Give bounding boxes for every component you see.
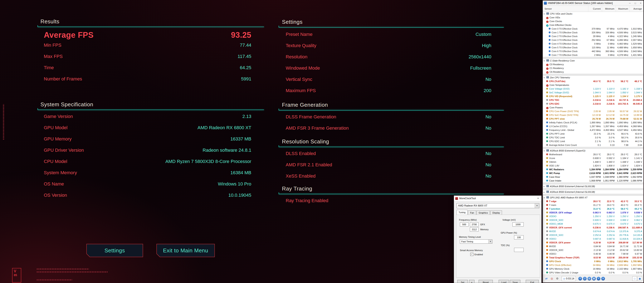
chevron-right-icon[interactable]: ▸	[544, 185, 546, 188]
collapsed-subgroup-icon[interactable]: ▸	[546, 67, 548, 70]
sensor-row[interactable]: Total Graphics Power (TGP)8.53 W8.53 W25…	[543, 256, 643, 260]
sensor-subgroup-row[interactable]: ▸C1 Residency	[543, 66, 643, 70]
sensor-subgroup-row[interactable]: ▸Core Temperatures	[543, 83, 643, 87]
sensor-row[interactable]: CPU TDC2.218 A2.218 A43.737 A23.068 A	[543, 98, 643, 102]
sensor-row[interactable]: VDDCR_SOC2.13 W2.12 W20.62 W13.83 W	[543, 248, 643, 252]
gpu-power-input[interactable]	[514, 235, 524, 240]
sensor-row[interactable]: VDDCR_SOC0.939 V0.939 V0.995 V0.962 V	[543, 218, 643, 222]
sensor-row[interactable]: Vcore0.608 V0.592 V1.184 V1.141 V	[543, 156, 643, 160]
add-sensor-icon[interactable]: +	[597, 277, 600, 281]
sensor-group-header[interactable]: ▸ASRock B550 Extreme4 (Internal ISL69138…	[543, 184, 643, 188]
window-icon[interactable]: □	[632, 276, 637, 281]
sensor-row[interactable]: VDDCI0.46 W0.46 W7.98 W6.97 W	[543, 252, 643, 256]
sensor-group-header[interactable]: ▾GPU [#0]: AMD Radeon RX 6800 XT	[543, 196, 643, 199]
report-icon[interactable]: ▤	[588, 277, 591, 281]
sensor-row[interactable]: Core 6 T0 Effective Clock442 MHz360 MHz4…	[543, 49, 643, 53]
grid-icon[interactable]: ▦	[592, 277, 596, 281]
sensor-row[interactable]: Case Rear1,047 RPM1,048 RPM1,080 RPM1,06…	[543, 175, 643, 179]
minimize-icon[interactable]: ─	[627, 1, 632, 5]
sensor-row[interactable]: VDDCR_GFX current0.238 A0.238 A198.587 A…	[543, 226, 643, 230]
swap-columns-icon[interactable]: ⇄	[544, 276, 549, 281]
sensor-row[interactable]: Core 5 T0 Effective Clock115 MHz11 MHz4,…	[543, 46, 643, 49]
sensor-row[interactable]: VDDCI0.687 A0.687 A11.818 A10.324 A	[543, 237, 643, 241]
voltage-input[interactable]	[512, 222, 524, 227]
tab-fan[interactable]: Fan	[468, 211, 476, 215]
sensor-row[interactable]: VDDIO1.250 V1.250 V1.250 V1.250 V	[543, 215, 643, 218]
sensor-row[interactable]: Frequency Limit - Global4,472 MHz4,450 M…	[543, 128, 643, 132]
sensor-row[interactable]: Motherboard28.0 °C28.0 °C28.0 °C28.0 °C	[543, 153, 643, 156]
collapsed-subgroup-icon[interactable]: ▸	[546, 21, 548, 23]
sensor-group-header[interactable]: ▸ASRock B550 Extreme4 (Internal ISL69138…	[543, 190, 643, 194]
sensor-row[interactable]: CPU SoC Power (SVI2 TFN)12.19 W12.12 W14…	[543, 113, 643, 117]
sensor-row[interactable]: CPU EDC Limit2.1 %2.1 %98.8 %44.3 %	[543, 139, 643, 143]
more-clock-tool-titlebar[interactable]: MoreClockTool ×	[454, 196, 542, 201]
sensor-row[interactable]: CPU Core Power (SVI2 TFN)2.05 W2.05 W50.…	[543, 109, 643, 113]
sensor-row[interactable]: CPU (Tctl/Tdie)40.0 °C35.5 °C58.2 °C48.3…	[543, 79, 643, 83]
tab-tuning[interactable]: Tuning	[456, 210, 468, 215]
collapsed-subgroup-icon[interactable]: ▸	[546, 107, 548, 109]
sensor-subgroup-row[interactable]: ▸Core Clocks	[543, 19, 643, 23]
sensor-row[interactable]: Core 4 T0 Effective Clock0 MHz0 MHz4,460…	[543, 42, 643, 46]
sensor-row[interactable]: CPU VID (Requested)1.125 V1.125 V1.194 V…	[543, 94, 643, 98]
sensor-row[interactable]: VDDCI_MEM0.675 V0.675 V0.675 V0.675 V	[543, 222, 643, 226]
sensor-group-header[interactable]: ▾ASRock B550 Extreme4 (SuperIO)	[543, 149, 643, 153]
exit-to-main-menu-button[interactable]: Exit to Main Menu	[156, 244, 215, 257]
collapsed-subgroup-icon[interactable]: ▸	[546, 64, 548, 66]
gpu-select-dropdown[interactable]: AMD Radeon RX 6800 XT ▼	[456, 203, 539, 208]
chevron-down-icon[interactable]: ▾	[544, 196, 546, 200]
close-icon[interactable]: ×	[535, 196, 542, 201]
maximize-icon[interactable]: □	[632, 1, 638, 5]
sensor-row[interactable]: GPU Memory Clock16 MHz16 MHz2,102 MHz1,9…	[543, 267, 643, 271]
sensor-row[interactable]: CPU PPT slow26.78 W26.78 W79.88 W52.51 W	[543, 117, 643, 121]
chevron-right-icon[interactable]: ▸	[544, 190, 546, 194]
sensor-row[interactable]: VDDCR_SOC2.252 A2.252 A20.778 A14.133 A	[543, 233, 643, 237]
mct-exit-button[interactable]: Exit	[526, 280, 539, 283]
sensor-group-header[interactable]: ▾C-State Residency Core	[543, 59, 643, 62]
tab-graphics[interactable]: Graphics	[476, 211, 490, 215]
sensor-row[interactable]: CPU TDC Limit3.0 %3.0 %58.3 %30.8 %	[543, 136, 643, 139]
sensor-row[interactable]: T edge28.0 °C22.0 °C42.0 °C33.5 °C	[543, 199, 643, 203]
sensor-row[interactable]: SoC Voltage (SVI2)1.044 V1.044 V1.050 V1…	[543, 91, 643, 94]
sensor-subgroup-row[interactable]: ▸C6 Residency	[543, 70, 643, 74]
alarm-icon[interactable]: ◎	[550, 276, 554, 281]
tdc-input[interactable]	[514, 248, 524, 252]
sensor-row[interactable]: Vdimm1.448 V1.440 V1.448 V1.448 V	[543, 160, 643, 164]
collapsed-subgroup-icon[interactable]: ▸	[546, 84, 548, 87]
sensor-row[interactable]: CPU PPT Limit22.3 %22.3 %66.6 %43.8 %	[543, 132, 643, 136]
sensor-row[interactable]: VDD 1.8V1.824 V1.808 V1.824 V1.824 V	[543, 164, 643, 168]
collapsed-subgroup-icon[interactable]: ▸	[546, 71, 548, 74]
chevron-down-icon[interactable]: ▾	[544, 59, 546, 63]
sensor-subgroup-row[interactable]: ▸C0 Residency	[543, 62, 643, 66]
sensor-row[interactable]: T junction31.8 °C26.8 °C58.0 °C44.2 °C	[543, 207, 643, 211]
mct-set-button[interactable]: Set	[457, 280, 468, 283]
record-icon[interactable]: ●	[601, 277, 605, 281]
sensor-subgroup-row[interactable]: ▸Core VIDs	[543, 16, 643, 19]
gfx-max-frequency-input[interactable]	[470, 222, 478, 227]
sensor-group-header[interactable]: ▾CPU VIDs and Clocks	[543, 12, 643, 16]
mct-reset-button[interactable]: Reset	[478, 280, 493, 283]
sensor-row[interactable]: MVDD0.84 W0.84 W16.71 W11.71 W	[543, 245, 643, 248]
sensor-row[interactable]: WC Radiators1,284 RPM1,284 RPM1,284 RPM1…	[543, 168, 643, 171]
memory-timing-dropdown[interactable]: Fast Timing ▼	[460, 240, 492, 244]
sam-enabled-checkbox[interactable]: ✓ Enabled	[470, 253, 483, 256]
sensor-row[interactable]: Core 0 T0 Effective Clock379 MHz97 MHz4,…	[543, 27, 643, 31]
tab-display[interactable]: Display	[490, 211, 502, 215]
sensor-row[interactable]: MVDD0.674 A0.674 A13.370 A9.370 A	[543, 230, 643, 233]
memory-frequency-input[interactable]	[470, 227, 478, 232]
close-icon[interactable]: ×	[638, 1, 643, 5]
expanded-subgroup-icon[interactable]: ▾	[546, 24, 548, 27]
collapsed-subgroup-icon[interactable]: ▸	[546, 17, 548, 19]
sensor-row[interactable]: T mem31.2 °C24.0 °C40.0 °C33.3 °C	[543, 203, 643, 207]
tray-icon[interactable]: ▣	[638, 276, 642, 281]
sensor-row[interactable]: Infinity Fabric Clock (FCLK)1,890 MHz1,8…	[543, 121, 643, 124]
mct-plus-button[interactable]: +	[469, 280, 474, 283]
sensor-row[interactable]: Core 7 T0 Effective Clock2 MHz0 MHz4,378…	[543, 53, 643, 57]
sensor-row[interactable]: Core 1 T0 Effective Clock326 MHz326 MHz4…	[543, 31, 643, 34]
mct-load-button[interactable]: Load	[499, 280, 509, 283]
sensor-group-header[interactable]: ▾Zen CPU Telemetry	[543, 76, 643, 79]
mct-save-button[interactable]: Save	[510, 280, 520, 283]
reset-clock-icon[interactable]: ↺	[578, 277, 582, 281]
sensor-row[interactable]: GPU Video Decode 1 Usage0.0 %0.0 %0.0 %0…	[543, 271, 643, 275]
sensor-row[interactable]: WC Pump2,616 RPM2,601 RPM2,641 RPM2,623 …	[543, 171, 643, 175]
settings-button[interactable]: Settings	[86, 244, 143, 257]
